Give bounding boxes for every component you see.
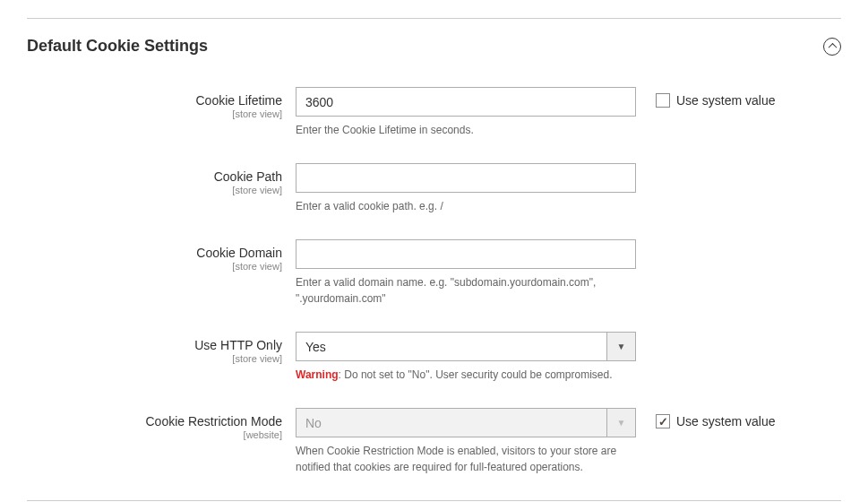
field-label: Cookie Lifetime bbox=[27, 93, 282, 108]
chevron-down-icon: ▼ bbox=[606, 408, 636, 437]
checkbox-label: Use system value bbox=[676, 414, 775, 428]
label-col: Use HTTP Only [store view] bbox=[27, 332, 296, 364]
system-value-col: Use system value bbox=[636, 87, 775, 108]
use-system-checkbox[interactable] bbox=[656, 414, 670, 428]
chevron-down-icon: ▼ bbox=[606, 332, 636, 361]
input-col: Enter the Cookie Lifetime in seconds. bbox=[296, 87, 636, 138]
field-label: Cookie Domain bbox=[27, 246, 282, 260]
label-col: Cookie Domain [store view] bbox=[27, 239, 296, 272]
select-value: No bbox=[296, 408, 606, 437]
scope-text: [website] bbox=[27, 429, 282, 440]
scope-text: [store view] bbox=[27, 108, 282, 119]
field-note: Enter a valid domain name. e.g. "subdoma… bbox=[296, 274, 636, 307]
bottom-divider bbox=[27, 500, 841, 501]
http-only-select[interactable]: Yes ▼ bbox=[296, 332, 636, 361]
restriction-mode-select: No ▼ bbox=[296, 408, 636, 437]
field-note: Enter the Cookie Lifetime in seconds. bbox=[296, 122, 636, 138]
label-col: Cookie Lifetime [store view] bbox=[27, 87, 296, 119]
input-col: No ▼ When Cookie Restriction Mode is ena… bbox=[296, 408, 636, 475]
system-value-col: Use system value bbox=[636, 408, 775, 428]
use-system-checkbox[interactable] bbox=[656, 93, 670, 108]
warning-label: Warning bbox=[296, 368, 339, 381]
label-col: Cookie Restriction Mode [website] bbox=[27, 408, 296, 440]
field-note: Warning: Do not set to "No". User securi… bbox=[296, 367, 636, 383]
field-restriction-mode: Cookie Restriction Mode [website] No ▼ W… bbox=[27, 408, 841, 475]
field-cookie-lifetime: Cookie Lifetime [store view] Enter the C… bbox=[27, 87, 841, 138]
field-http-only: Use HTTP Only [store view] Yes ▼ Warning… bbox=[27, 332, 841, 383]
section-header: Default Cookie Settings bbox=[27, 37, 841, 56]
cookie-lifetime-input[interactable] bbox=[296, 87, 636, 117]
section-title: Default Cookie Settings bbox=[27, 37, 208, 56]
select-value: Yes bbox=[296, 332, 606, 361]
input-col: Yes ▼ Warning: Do not set to "No". User … bbox=[296, 332, 636, 383]
scope-text: [store view] bbox=[27, 185, 282, 195]
input-col: Enter a valid domain name. e.g. "subdoma… bbox=[296, 239, 636, 307]
cookie-domain-input[interactable] bbox=[296, 239, 636, 269]
warning-text: : Do not set to "No". User security coul… bbox=[339, 368, 613, 381]
field-label: Use HTTP Only bbox=[27, 338, 282, 352]
chevron-up-icon[interactable] bbox=[823, 38, 841, 56]
field-note: When Cookie Restriction Mode is enabled,… bbox=[296, 443, 636, 475]
top-divider bbox=[27, 18, 841, 19]
input-col: Enter a valid cookie path. e.g. / bbox=[296, 163, 636, 214]
field-label: Cookie Path bbox=[27, 169, 282, 184]
field-note: Enter a valid cookie path. e.g. / bbox=[296, 198, 636, 214]
scope-text: [store view] bbox=[27, 353, 282, 364]
label-col: Cookie Path [store view] bbox=[27, 163, 296, 195]
field-cookie-domain: Cookie Domain [store view] Enter a valid… bbox=[27, 239, 841, 307]
field-cookie-path: Cookie Path [store view] Enter a valid c… bbox=[27, 163, 841, 214]
checkbox-label: Use system value bbox=[676, 93, 775, 108]
field-label: Cookie Restriction Mode bbox=[27, 414, 282, 428]
cookie-path-input[interactable] bbox=[296, 163, 636, 193]
scope-text: [store view] bbox=[27, 261, 282, 272]
